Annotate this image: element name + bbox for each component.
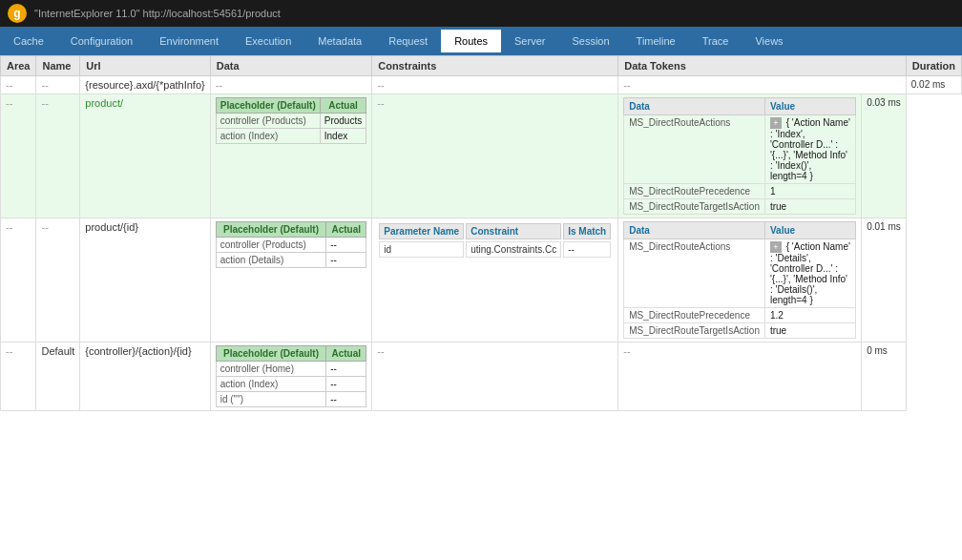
tab-timeline[interactable]: Timeline [623,30,689,52]
controller-value2: -- [326,238,366,253]
tab-routes[interactable]: Routes [441,30,501,52]
row3-constraints: Parameter Name Constraint Is Match id ut… [372,218,618,342]
tab-configuration[interactable]: Configuration [57,30,146,52]
placeholder-actual-table2: Placeholder (Default) Actual controller … [216,221,367,268]
action-value: Index [320,129,366,144]
tab-session[interactable]: Session [558,30,622,52]
tab-trace[interactable]: Trace [689,30,742,52]
col-constraints: Constraints [372,56,618,76]
row1-url: {resource}.axd/{*pathInfo} [80,76,210,94]
tab-execution[interactable]: Execution [232,30,304,52]
action-label3: action (Index) [216,377,326,392]
token-val: true [764,199,855,215]
row4-url: {controller}/{action}/{id} [80,342,210,411]
col-area: Area [1,56,36,76]
tab-cache[interactable]: Cache [0,30,57,52]
logo-text: g [13,7,20,20]
is-match-header: Is Match [563,223,611,239]
constraints-table: Parameter Name Constraint Is Match id ut… [377,221,613,259]
placeholder-actual-table3: Placeholder (Default) Actual controller … [216,345,367,407]
token-key: MS_DirectRoutePrecedence [624,184,765,199]
tab-request[interactable]: Request [375,30,441,52]
token-key: MS_DirectRouteTargetIsAction [624,199,765,215]
row4-datatokens: -- [618,342,862,411]
row1-data: -- [210,76,372,94]
tokens-value-header2: Value [764,222,855,239]
tab-environment[interactable]: Environment [146,30,232,52]
expand-icon[interactable]: + [770,117,782,129]
row3-url: product/{id} [80,218,210,342]
row2-duration: 0.03 ms [862,94,907,218]
table-row: -- Default {controller}/{action}/{id} Pl… [1,342,962,411]
actual-header2: Actual [326,222,366,238]
ph-header2: Placeholder (Default) [216,222,326,238]
window-title: "InternetExplorer 11.0" http://localhost… [34,8,281,19]
col-data-tokens: Data Tokens [618,56,907,76]
constraint-param: id [379,241,464,258]
action-value2: -- [326,253,366,268]
tab-views[interactable]: Views [742,30,796,52]
row3-data: Placeholder (Default) Actual controller … [210,218,372,342]
routes-table: Area Name Url Data Constraints Data Toke… [0,55,962,411]
tokens-value-header: Value [764,98,855,115]
col-name: Name [36,56,80,76]
controller-label3: controller (Home) [216,362,326,377]
tokens-data-header: Data [624,98,765,115]
controller-value: Products [320,114,366,129]
col-url: Url [80,56,210,76]
controller-value3: -- [326,362,366,377]
tokens-table: Data Value MS_DirectRouteActions + { 'Ac… [623,97,856,215]
col-duration: Duration [906,56,961,76]
action-value3: -- [326,377,366,392]
action-label: action (Index) [216,129,320,144]
row1-name: -- [36,76,80,94]
actual-header: Actual [320,98,366,114]
row4-constraints: -- [372,342,618,411]
row2-data: Placeholder (Default) Actual controller … [210,94,372,218]
token-key: MS_DirectRouteTargetIsAction [624,323,765,339]
row4-duration: 0 ms [862,342,907,411]
row4-data: Placeholder (Default) Actual controller … [210,342,372,411]
expand-icon[interactable]: + [770,241,782,253]
row1-constraints: -- [372,76,618,94]
row2-url: product/ [80,94,210,218]
table-row: -- -- {resource}.axd/{*pathInfo} -- -- -… [1,76,962,94]
row1-duration: 0.02 ms [906,76,961,94]
table-row: -- -- product/ Placeholder (Default) Act… [1,94,962,218]
row3-datatokens: Data Value MS_DirectRouteActions + { 'Ac… [618,218,862,342]
id-value3: -- [326,392,366,407]
title-bar: g "InternetExplorer 11.0" http://localho… [0,0,962,27]
tokens-data-header2: Data [624,222,765,239]
row2-datatokens-data: Data Value MS_DirectRouteActions + { 'Ac… [618,94,862,218]
token-val: + { 'Action Name' : 'Index', 'Controller… [764,115,855,184]
constraint-ismatch: -- [563,241,611,258]
constraint-header: Constraint [466,223,561,239]
constraint-value: uting.Constraints.Cc [466,241,561,258]
param-name-header: Parameter Name [379,223,464,239]
tab-server[interactable]: Server [501,30,558,52]
ph-header: Placeholder (Default) [216,98,320,114]
action-label2: action (Details) [216,253,326,268]
token-key: MS_DirectRouteActions [624,239,765,308]
controller-label: controller (Products) [216,114,320,129]
row2-constraints: -- [372,94,618,218]
token-val: 1 [764,184,855,199]
token-val: + { 'Action Name' : 'Details', 'Controll… [764,239,855,308]
nav-tabs: Cache Configuration Environment Executio… [0,27,962,55]
placeholder-actual-table: Placeholder (Default) Actual controller … [216,97,367,144]
row4-area: -- [1,342,36,411]
row1-area: -- [1,76,36,94]
controller-label2: controller (Products) [216,238,326,253]
actual-header3: Actual [326,346,366,362]
row3-name: -- [36,218,80,342]
ph-header3: Placeholder (Default) [216,346,326,362]
app-logo: g [8,4,27,23]
tab-metadata[interactable]: Metadata [304,30,375,52]
row3-area: -- [1,218,36,342]
col-data: Data [210,56,372,76]
row1-datatokens: -- [618,76,907,94]
token-val: 1.2 [764,308,855,323]
row3-duration: 0.01 ms [862,218,907,342]
token-key: MS_DirectRoutePrecedence [624,308,765,323]
row2-area: -- [1,94,36,218]
